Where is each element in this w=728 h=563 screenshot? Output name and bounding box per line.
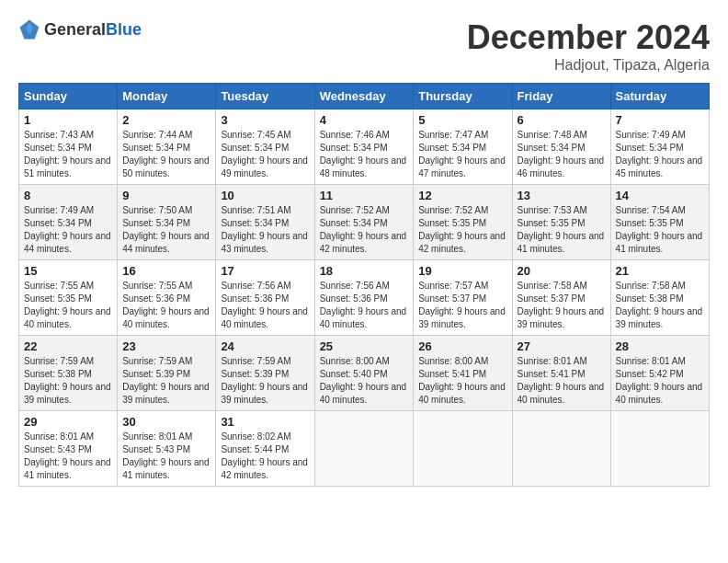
day-number: 14 bbox=[616, 189, 704, 202]
day-info: Sunrise: 7:57 AMSunset: 5:37 PMDaylight:… bbox=[418, 280, 506, 331]
calendar-cell bbox=[610, 411, 709, 487]
day-info: Sunrise: 7:59 AMSunset: 5:39 PMDaylight:… bbox=[122, 355, 210, 407]
calendar-cell: 24Sunrise: 7:59 AMSunset: 5:39 PMDayligh… bbox=[216, 336, 314, 411]
day-number: 30 bbox=[122, 415, 210, 429]
day-info: Sunrise: 8:01 AMSunset: 5:43 PMDaylight:… bbox=[122, 431, 210, 482]
header-sunday: Sunday bbox=[19, 84, 118, 109]
calendar-cell: 26Sunrise: 8:00 AMSunset: 5:41 PMDayligh… bbox=[414, 336, 512, 411]
calendar-cell: 8Sunrise: 7:49 AMSunset: 5:34 PMDaylight… bbox=[19, 185, 118, 260]
page-header: GeneralBlue December 2024 Hadjout, Tipaz… bbox=[18, 18, 710, 74]
calendar-week-1: 1Sunrise: 7:43 AMSunset: 5:34 PMDaylight… bbox=[19, 109, 710, 185]
day-number: 4 bbox=[320, 113, 409, 127]
day-number: 29 bbox=[24, 415, 112, 429]
day-number: 27 bbox=[518, 339, 606, 353]
day-info: Sunrise: 7:59 AMSunset: 5:38 PMDaylight:… bbox=[24, 355, 112, 407]
logo-general: General bbox=[44, 20, 106, 39]
day-info: Sunrise: 7:55 AMSunset: 5:36 PMDaylight:… bbox=[122, 280, 210, 331]
calendar-cell: 13Sunrise: 7:53 AMSunset: 5:35 PMDayligh… bbox=[512, 185, 610, 260]
calendar-cell: 11Sunrise: 7:52 AMSunset: 5:34 PMDayligh… bbox=[314, 185, 414, 260]
day-info: Sunrise: 7:55 AMSunset: 5:35 PMDaylight:… bbox=[24, 280, 112, 331]
day-number: 8 bbox=[24, 189, 112, 202]
day-info: Sunrise: 7:52 AMSunset: 5:35 PMDaylight:… bbox=[418, 204, 506, 256]
day-number: 28 bbox=[616, 339, 704, 353]
calendar-week-4: 22Sunrise: 7:59 AMSunset: 5:38 PMDayligh… bbox=[19, 336, 710, 411]
calendar-cell: 29Sunrise: 8:01 AMSunset: 5:43 PMDayligh… bbox=[19, 411, 118, 487]
day-info: Sunrise: 7:45 AMSunset: 5:34 PMDaylight:… bbox=[221, 129, 309, 180]
calendar-cell: 18Sunrise: 7:56 AMSunset: 5:36 PMDayligh… bbox=[314, 260, 414, 336]
day-number: 18 bbox=[320, 264, 409, 278]
day-number: 2 bbox=[122, 113, 210, 127]
calendar-cell: 23Sunrise: 7:59 AMSunset: 5:39 PMDayligh… bbox=[118, 336, 216, 411]
logo-text: GeneralBlue bbox=[44, 20, 142, 40]
calendar-cell: 27Sunrise: 8:01 AMSunset: 5:41 PMDayligh… bbox=[512, 336, 610, 411]
day-number: 19 bbox=[418, 264, 506, 278]
day-info: Sunrise: 7:58 AMSunset: 5:37 PMDaylight:… bbox=[518, 280, 606, 331]
calendar-cell: 19Sunrise: 7:57 AMSunset: 5:37 PMDayligh… bbox=[414, 260, 512, 336]
calendar-cell bbox=[512, 411, 610, 487]
month-title: December 2024 bbox=[467, 18, 710, 57]
day-number: 21 bbox=[616, 264, 704, 278]
calendar-cell: 10Sunrise: 7:51 AMSunset: 5:34 PMDayligh… bbox=[216, 185, 314, 260]
day-number: 24 bbox=[221, 339, 309, 353]
calendar-week-2: 8Sunrise: 7:49 AMSunset: 5:34 PMDaylight… bbox=[19, 185, 710, 260]
day-info: Sunrise: 7:58 AMSunset: 5:38 PMDaylight:… bbox=[616, 280, 704, 331]
calendar-cell: 25Sunrise: 8:00 AMSunset: 5:40 PMDayligh… bbox=[314, 336, 414, 411]
calendar-header-row: SundayMondayTuesdayWednesdayThursdayFrid… bbox=[19, 84, 710, 109]
day-number: 13 bbox=[518, 189, 606, 202]
header-wednesday: Wednesday bbox=[314, 84, 414, 109]
day-info: Sunrise: 7:43 AMSunset: 5:34 PMDaylight:… bbox=[24, 129, 112, 180]
calendar-cell: 4Sunrise: 7:46 AMSunset: 5:34 PMDaylight… bbox=[314, 109, 414, 185]
calendar-cell: 9Sunrise: 7:50 AMSunset: 5:34 PMDaylight… bbox=[118, 185, 216, 260]
header-tuesday: Tuesday bbox=[216, 84, 314, 109]
calendar-cell: 28Sunrise: 8:01 AMSunset: 5:42 PMDayligh… bbox=[610, 336, 709, 411]
day-info: Sunrise: 7:50 AMSunset: 5:34 PMDaylight:… bbox=[122, 204, 210, 256]
day-info: Sunrise: 7:46 AMSunset: 5:34 PMDaylight:… bbox=[320, 129, 409, 180]
day-info: Sunrise: 7:49 AMSunset: 5:34 PMDaylight:… bbox=[24, 204, 112, 256]
calendar-cell: 15Sunrise: 7:55 AMSunset: 5:35 PMDayligh… bbox=[19, 260, 118, 336]
day-number: 3 bbox=[221, 113, 309, 127]
header-thursday: Thursday bbox=[414, 84, 512, 109]
logo-icon bbox=[18, 18, 40, 40]
day-info: Sunrise: 8:02 AMSunset: 5:44 PMDaylight:… bbox=[221, 431, 309, 482]
day-number: 15 bbox=[24, 264, 112, 278]
title-block: December 2024 Hadjout, Tipaza, Algeria bbox=[467, 18, 710, 74]
day-number: 22 bbox=[24, 339, 112, 353]
day-info: Sunrise: 7:56 AMSunset: 5:36 PMDaylight:… bbox=[320, 280, 409, 331]
day-info: Sunrise: 7:56 AMSunset: 5:36 PMDaylight:… bbox=[221, 280, 309, 331]
calendar-cell: 21Sunrise: 7:58 AMSunset: 5:38 PMDayligh… bbox=[610, 260, 709, 336]
day-info: Sunrise: 8:01 AMSunset: 5:42 PMDaylight:… bbox=[616, 355, 704, 407]
calendar-cell: 31Sunrise: 8:02 AMSunset: 5:44 PMDayligh… bbox=[216, 411, 314, 487]
logo-blue: Blue bbox=[106, 20, 142, 39]
day-number: 31 bbox=[221, 415, 309, 429]
calendar-cell bbox=[314, 411, 414, 487]
day-number: 26 bbox=[418, 339, 506, 353]
calendar-cell: 3Sunrise: 7:45 AMSunset: 5:34 PMDaylight… bbox=[216, 109, 314, 185]
calendar-cell: 22Sunrise: 7:59 AMSunset: 5:38 PMDayligh… bbox=[19, 336, 118, 411]
day-number: 16 bbox=[122, 264, 210, 278]
day-info: Sunrise: 7:44 AMSunset: 5:34 PMDaylight:… bbox=[122, 129, 210, 180]
day-number: 12 bbox=[418, 189, 506, 202]
day-number: 5 bbox=[418, 113, 506, 127]
logo: GeneralBlue bbox=[18, 18, 142, 40]
day-info: Sunrise: 8:01 AMSunset: 5:43 PMDaylight:… bbox=[24, 431, 112, 482]
calendar-cell: 6Sunrise: 7:48 AMSunset: 5:34 PMDaylight… bbox=[512, 109, 610, 185]
header-monday: Monday bbox=[118, 84, 216, 109]
calendar-cell: 12Sunrise: 7:52 AMSunset: 5:35 PMDayligh… bbox=[414, 185, 512, 260]
day-number: 25 bbox=[320, 339, 409, 353]
calendar-cell bbox=[414, 411, 512, 487]
calendar-cell: 16Sunrise: 7:55 AMSunset: 5:36 PMDayligh… bbox=[118, 260, 216, 336]
calendar-cell: 17Sunrise: 7:56 AMSunset: 5:36 PMDayligh… bbox=[216, 260, 314, 336]
location: Hadjout, Tipaza, Algeria bbox=[467, 57, 710, 74]
day-number: 10 bbox=[221, 189, 309, 202]
day-info: Sunrise: 7:52 AMSunset: 5:34 PMDaylight:… bbox=[320, 204, 409, 256]
header-saturday: Saturday bbox=[610, 84, 709, 109]
day-info: Sunrise: 7:59 AMSunset: 5:39 PMDaylight:… bbox=[221, 355, 309, 407]
calendar-cell: 30Sunrise: 8:01 AMSunset: 5:43 PMDayligh… bbox=[118, 411, 216, 487]
day-info: Sunrise: 7:51 AMSunset: 5:34 PMDaylight:… bbox=[221, 204, 309, 256]
day-info: Sunrise: 8:01 AMSunset: 5:41 PMDaylight:… bbox=[518, 355, 606, 407]
day-number: 23 bbox=[122, 339, 210, 353]
calendar-cell: 5Sunrise: 7:47 AMSunset: 5:34 PMDaylight… bbox=[414, 109, 512, 185]
day-info: Sunrise: 7:54 AMSunset: 5:35 PMDaylight:… bbox=[616, 204, 704, 256]
calendar-week-5: 29Sunrise: 8:01 AMSunset: 5:43 PMDayligh… bbox=[19, 411, 710, 487]
day-info: Sunrise: 7:47 AMSunset: 5:34 PMDaylight:… bbox=[418, 129, 506, 180]
